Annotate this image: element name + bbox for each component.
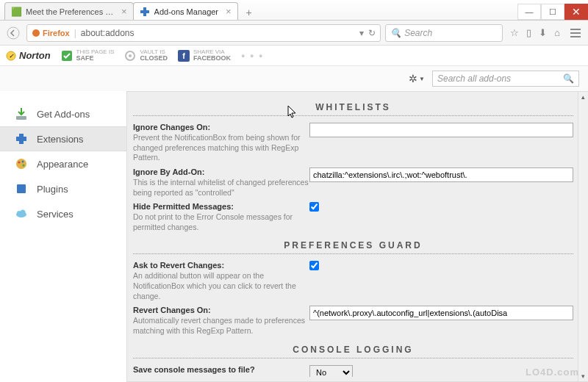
search-placeholder: Search (404, 28, 432, 38)
scroll-up-icon[interactable]: ▴ (578, 92, 588, 102)
scroll-down-icon[interactable]: ▾ (578, 371, 588, 381)
norton-brand[interactable]: ✓ Norton (6, 50, 51, 61)
block-icon (13, 181, 29, 197)
url-text: about:addons (81, 28, 355, 38)
url-bar[interactable]: Firefox | about:addons ▾ ↻ (26, 24, 381, 42)
sidebar-item-label: Plugins (37, 184, 68, 195)
chevron-down-icon: ▼ (419, 76, 425, 82)
addons-header: ✲▼ Search all add-ons 🔍 (0, 66, 588, 91)
check-icon (61, 50, 73, 62)
cloud-icon (13, 206, 29, 222)
window-controls: — ☐ ✕ (517, 4, 588, 20)
paint-icon (13, 156, 29, 172)
svg-text:f: f (182, 51, 185, 60)
norton-safe[interactable]: THIS PAGE ISSAFE (61, 49, 115, 62)
navbar: Firefox | about:addons ▾ ↻ 🔍 Search ☆ ▯ … (0, 21, 588, 46)
norton-more-icon[interactable]: ● ● ● (241, 52, 264, 60)
search-bar[interactable]: 🔍 Search (385, 24, 503, 42)
content-panel: ▴ ▾ WHITELISTS Ignore Changes On:Prevent… (126, 91, 588, 382)
sidebar-item-label: Get Add-ons (37, 109, 90, 120)
sidebar-icon[interactable]: ▯ (526, 27, 531, 38)
addons-search-placeholder: Search all add-ons (437, 73, 511, 84)
url-dropdown-icon[interactable]: ▾ (359, 28, 364, 38)
puzzle-icon (13, 131, 29, 147)
tab-strip: 🟩 Meet the Preferences Moni... × Add-ons… (0, 2, 517, 20)
norton-share[interactable]: f SHARE VIAFACEBOOK (178, 49, 231, 62)
norton-toolbar: ✓ Norton THIS PAGE ISSAFE VAULT ISCLOSED… (0, 46, 588, 66)
row-ignore-addon: Ignore By Add-On:This is the internal wh… (133, 165, 573, 200)
addons-search[interactable]: Search all add-ons 🔍 (432, 71, 579, 87)
home-icon[interactable]: ⌂ (554, 27, 560, 38)
row-ask-revert: Ask to Revert Changes:An additional butt… (133, 259, 573, 303)
tab-0-close-icon[interactable]: × (121, 6, 127, 17)
svg-point-1 (32, 29, 40, 37)
sidebar-item-label: Appearance (37, 159, 88, 170)
sidebar-item-plugins[interactable]: Plugins (0, 176, 126, 201)
tab-0[interactable]: 🟩 Meet the Preferences Moni... × (4, 2, 134, 20)
ignore-changes-input[interactable] (309, 123, 573, 137)
new-tab-button[interactable]: + (240, 5, 258, 20)
tools-button[interactable]: ✲▼ (409, 73, 425, 84)
svg-point-10 (16, 159, 26, 169)
row-save-file: Save console messages to file? No (133, 363, 573, 377)
svg-point-12 (22, 161, 24, 163)
svg-rect-14 (17, 184, 26, 193)
scrollbar[interactable]: ▴ ▾ (578, 92, 588, 381)
sidebar-item-label: Services (37, 209, 74, 220)
magnifier-icon: 🔍 (563, 73, 574, 84)
section-guard: PREFERENCES GUARD (133, 237, 573, 254)
minimize-button[interactable]: — (517, 4, 541, 20)
save-file-select[interactable]: No (309, 365, 353, 377)
tab-1-favicon (140, 7, 150, 17)
svg-point-11 (18, 162, 21, 164)
close-window-button[interactable]: ✕ (564, 4, 588, 20)
revert-on-input[interactable] (309, 306, 573, 320)
hide-permitted-checkbox[interactable] (309, 202, 319, 212)
sidebar-item-appearance[interactable]: Appearance (0, 151, 126, 176)
bookmark-star-icon[interactable]: ☆ (510, 27, 519, 38)
downloads-icon[interactable]: ⬇ (539, 27, 547, 38)
sidebar-item-get-addons[interactable]: Get Add-ons (0, 101, 126, 126)
sidebar-item-extensions[interactable]: Extensions (0, 126, 126, 151)
identity-box[interactable]: Firefox (32, 28, 70, 37)
vault-icon (124, 50, 136, 62)
section-whitelists: WHITELISTS (133, 99, 573, 116)
tab-1-label: Add-ons Manager (154, 7, 218, 16)
main: Get Add-ons Extensions Appearance Plugin… (0, 91, 588, 382)
svg-point-6 (129, 54, 132, 57)
settings-form: WHITELISTS Ignore Changes On:Prevent the… (133, 96, 576, 377)
ignore-addon-input[interactable] (309, 167, 573, 182)
section-console: CONSOLE LOGGING (133, 342, 573, 358)
toolbar-icons: ☆ ▯ ⬇ ⌂ (507, 27, 563, 38)
row-hide-permitted: Hide Permitted Messages:Do not print to … (133, 200, 573, 234)
svg-text:✓: ✓ (9, 53, 14, 60)
row-revert-on: Revert Changes On:Automatically revert c… (133, 303, 573, 338)
tab-0-favicon: 🟩 (11, 7, 21, 17)
norton-vault[interactable]: VAULT ISCLOSED (124, 49, 168, 62)
sidebar: Get Add-ons Extensions Appearance Plugin… (0, 91, 126, 382)
sidebar-item-label: Extensions (37, 134, 84, 145)
gear-icon: ✲ (409, 73, 417, 84)
tab-1[interactable]: Add-ons Manager × (133, 2, 238, 20)
identity-label: Firefox (43, 29, 70, 37)
watermark: LO4D.com (526, 367, 579, 378)
tab-0-label: Meet the Preferences Moni... (26, 7, 114, 16)
row-ignore-changes: Ignore Changes On:Prevent the Notificati… (133, 120, 573, 165)
url-separator: | (74, 28, 76, 38)
svg-point-17 (21, 210, 26, 215)
titlebar: 🟩 Meet the Preferences Moni... × Add-ons… (0, 0, 588, 21)
facebook-icon: f (178, 50, 190, 62)
tab-1-close-icon[interactable]: × (226, 6, 232, 17)
reload-icon[interactable]: ↻ (368, 28, 376, 38)
svg-rect-9 (16, 116, 26, 120)
ask-revert-checkbox[interactable] (309, 261, 319, 270)
sidebar-item-services[interactable]: Services (0, 201, 126, 226)
svg-point-0 (7, 27, 19, 39)
svg-point-13 (23, 165, 25, 167)
maximize-button[interactable]: ☐ (541, 4, 564, 20)
hamburger-menu-icon[interactable] (567, 29, 584, 37)
download-icon (13, 106, 29, 122)
back-button[interactable] (4, 24, 22, 42)
search-icon: 🔍 (390, 28, 401, 38)
